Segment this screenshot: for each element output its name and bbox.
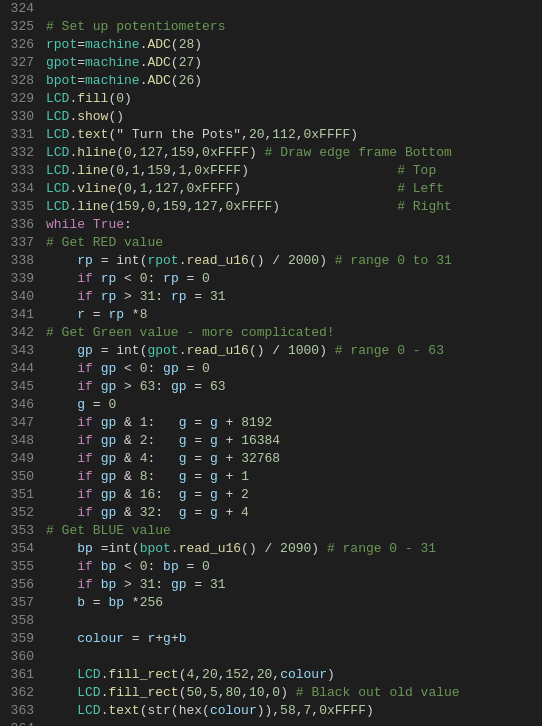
line-number: 337: [0, 234, 34, 252]
line-number: 325: [0, 18, 34, 36]
code-line: bpot=machine.ADC(26): [46, 72, 542, 90]
code-line: rpot=machine.ADC(28): [46, 36, 542, 54]
line-number: 348: [0, 432, 34, 450]
line-number: 341: [0, 306, 34, 324]
line-number: 364: [0, 720, 34, 726]
code-line: if gp > 63: gp = 63: [46, 378, 542, 396]
line-number: 324: [0, 0, 34, 18]
code-line: g = 0: [46, 396, 542, 414]
line-number: 335: [0, 198, 34, 216]
line-number: 334: [0, 180, 34, 198]
line-number: 327: [0, 54, 34, 72]
code-line: gpot=machine.ADC(27): [46, 54, 542, 72]
line-number: 363: [0, 702, 34, 720]
line-number: 353: [0, 522, 34, 540]
code-line: LCD.hline(0,127,159,0xFFFF) # Draw edge …: [46, 144, 542, 162]
code-line: gp = int(gpot.read_u16() / 1000) # range…: [46, 342, 542, 360]
code-line: LCD.fill_rect(4,20,152,20,colour): [46, 666, 542, 684]
code-line: LCD.vline(0,1,127,0xFFFF) # Left: [46, 180, 542, 198]
line-number: 331: [0, 126, 34, 144]
code-line: [46, 0, 542, 18]
code-line: if rp < 0: rp = 0: [46, 270, 542, 288]
line-number: 344: [0, 360, 34, 378]
line-numbers: 3243253263273283293303313323333343353363…: [0, 0, 42, 726]
code-line: if gp & 4: g = g + 32768: [46, 450, 542, 468]
line-number: 336: [0, 216, 34, 234]
line-number: 357: [0, 594, 34, 612]
code-line: if gp < 0: gp = 0: [46, 360, 542, 378]
line-number: 329: [0, 90, 34, 108]
code-line: if bp < 0: bp = 0: [46, 558, 542, 576]
code-line: if rp > 31: rp = 31: [46, 288, 542, 306]
line-number: 343: [0, 342, 34, 360]
code-line: LCD.fill_rect(50,5,80,10,0) # Black out …: [46, 684, 542, 702]
line-number: 346: [0, 396, 34, 414]
code-line: while True:: [46, 216, 542, 234]
line-number: 355: [0, 558, 34, 576]
code-line: LCD.line(159,0,159,127,0xFFFF) # Right: [46, 198, 542, 216]
code-line: [46, 648, 542, 666]
line-number: 328: [0, 72, 34, 90]
code-line: [46, 612, 542, 630]
code-line: # Set up potentiometers: [46, 18, 542, 36]
code-line: colour = r+g+b: [46, 630, 542, 648]
line-number: 349: [0, 450, 34, 468]
line-number: 354: [0, 540, 34, 558]
code-line: b = bp *256: [46, 594, 542, 612]
code-line: bp =int(bpot.read_u16() / 2090) # range …: [46, 540, 542, 558]
code-line: LCD.text(" Turn the Pots",20,112,0xFFFF): [46, 126, 542, 144]
code-line: if gp & 32: g = g + 4: [46, 504, 542, 522]
line-number: 352: [0, 504, 34, 522]
line-number: 356: [0, 576, 34, 594]
line-number: 340: [0, 288, 34, 306]
code-line: # Get BLUE value: [46, 522, 542, 540]
line-number: 345: [0, 378, 34, 396]
code-line: rp = int(rpot.read_u16() / 2000) # range…: [46, 252, 542, 270]
line-number: 338: [0, 252, 34, 270]
line-number: 342: [0, 324, 34, 342]
line-number: 351: [0, 486, 34, 504]
code-line: if gp & 16: g = g + 2: [46, 486, 542, 504]
line-number: 333: [0, 162, 34, 180]
line-number: 358: [0, 612, 34, 630]
line-number: 339: [0, 270, 34, 288]
code-line: LCD.show(): [46, 108, 542, 126]
line-number: 361: [0, 666, 34, 684]
line-number: 360: [0, 648, 34, 666]
code-line: r = rp *8: [46, 306, 542, 324]
code-line: LCD.line(0,1,159,1,0xFFFF) # Top: [46, 162, 542, 180]
code-line: # Get RED value: [46, 234, 542, 252]
line-number: 347: [0, 414, 34, 432]
line-number: 362: [0, 684, 34, 702]
code-line: LCD.fill(0): [46, 90, 542, 108]
code-line: if bp > 31: gp = 31: [46, 576, 542, 594]
code-line: [46, 720, 542, 726]
code-line: LCD.text(str(hex(colour)),58,7,0xFFFF): [46, 702, 542, 720]
line-number: 330: [0, 108, 34, 126]
code-line: # Get Green value - more complicated!: [46, 324, 542, 342]
line-number: 332: [0, 144, 34, 162]
line-number: 359: [0, 630, 34, 648]
line-number: 326: [0, 36, 34, 54]
code-line: if gp & 2: g = g + 16384: [46, 432, 542, 450]
code-editor: 3243253263273283293303313323333343353363…: [0, 0, 542, 726]
code-line: if gp & 1: g = g + 8192: [46, 414, 542, 432]
code-content: # Set up potentiometersrpot=machine.ADC(…: [42, 0, 542, 726]
line-number: 350: [0, 468, 34, 486]
code-line: if gp & 8: g = g + 1: [46, 468, 542, 486]
